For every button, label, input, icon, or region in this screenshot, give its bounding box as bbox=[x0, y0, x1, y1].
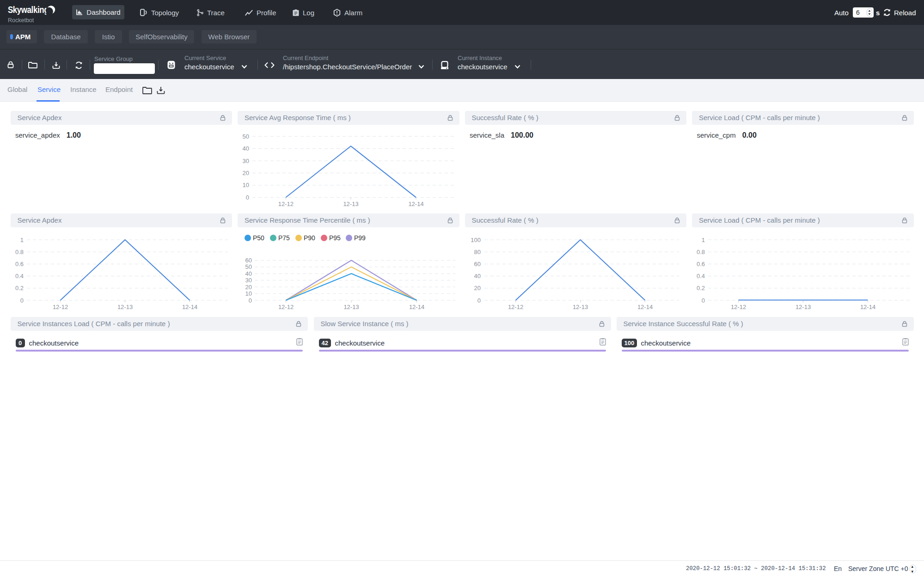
svg-text:20: 20 bbox=[245, 284, 252, 291]
svg-text:P50: P50 bbox=[253, 234, 264, 242]
svg-text:0: 0 bbox=[249, 297, 252, 304]
svg-text:10: 10 bbox=[245, 290, 252, 297]
svg-text:0.8: 0.8 bbox=[697, 249, 705, 255]
svg-text:20: 20 bbox=[474, 285, 480, 292]
svg-text:0.6: 0.6 bbox=[697, 261, 705, 267]
svg-text:30: 30 bbox=[245, 277, 252, 284]
svg-text:0: 0 bbox=[702, 297, 705, 304]
svg-text:0.4: 0.4 bbox=[15, 273, 23, 279]
svg-text:20: 20 bbox=[243, 170, 249, 176]
svg-text:12-14: 12-14 bbox=[408, 200, 423, 207]
svg-text:30: 30 bbox=[243, 158, 249, 164]
svg-text:1: 1 bbox=[702, 237, 705, 243]
svg-text:12-12: 12-12 bbox=[278, 200, 294, 207]
svg-text:10: 10 bbox=[243, 182, 249, 188]
svg-text:60: 60 bbox=[245, 257, 252, 264]
svg-text:12-14: 12-14 bbox=[637, 304, 652, 310]
svg-text:12-13: 12-13 bbox=[795, 304, 811, 310]
svg-text:0.8: 0.8 bbox=[15, 249, 23, 255]
svg-text:12-14: 12-14 bbox=[182, 304, 197, 310]
svg-text:0.6: 0.6 bbox=[15, 261, 23, 267]
svg-text:12-14: 12-14 bbox=[860, 304, 875, 310]
svg-text:12-13: 12-13 bbox=[572, 304, 587, 310]
svg-text:40: 40 bbox=[243, 145, 249, 152]
svg-text:1: 1 bbox=[20, 237, 23, 243]
svg-text:60: 60 bbox=[474, 261, 480, 267]
svg-text:80: 80 bbox=[474, 249, 480, 255]
svg-text:0.2: 0.2 bbox=[697, 285, 705, 292]
svg-text:40: 40 bbox=[474, 273, 480, 279]
svg-text:12-12: 12-12 bbox=[731, 304, 746, 310]
svg-text:P95: P95 bbox=[329, 234, 341, 242]
svg-text:12-13: 12-13 bbox=[343, 304, 359, 310]
svg-text:50: 50 bbox=[245, 263, 252, 270]
svg-text:P75: P75 bbox=[278, 234, 290, 242]
svg-text:12-12: 12-12 bbox=[508, 304, 523, 310]
svg-text:P90: P90 bbox=[304, 234, 315, 242]
svg-text:0.2: 0.2 bbox=[15, 285, 23, 292]
svg-text:12-12: 12-12 bbox=[52, 304, 67, 310]
svg-text:0: 0 bbox=[20, 297, 23, 304]
svg-text:0.4: 0.4 bbox=[697, 273, 705, 279]
svg-text:50: 50 bbox=[243, 133, 249, 140]
svg-text:0: 0 bbox=[477, 297, 480, 304]
svg-text:12-14: 12-14 bbox=[409, 304, 424, 310]
svg-text:12-13: 12-13 bbox=[343, 200, 358, 207]
svg-text:0: 0 bbox=[246, 194, 249, 201]
svg-text:40: 40 bbox=[245, 270, 252, 277]
svg-text:P99: P99 bbox=[354, 234, 366, 242]
svg-text:12-12: 12-12 bbox=[278, 304, 294, 310]
svg-text:100: 100 bbox=[471, 237, 481, 243]
svg-text:12-13: 12-13 bbox=[117, 304, 132, 310]
